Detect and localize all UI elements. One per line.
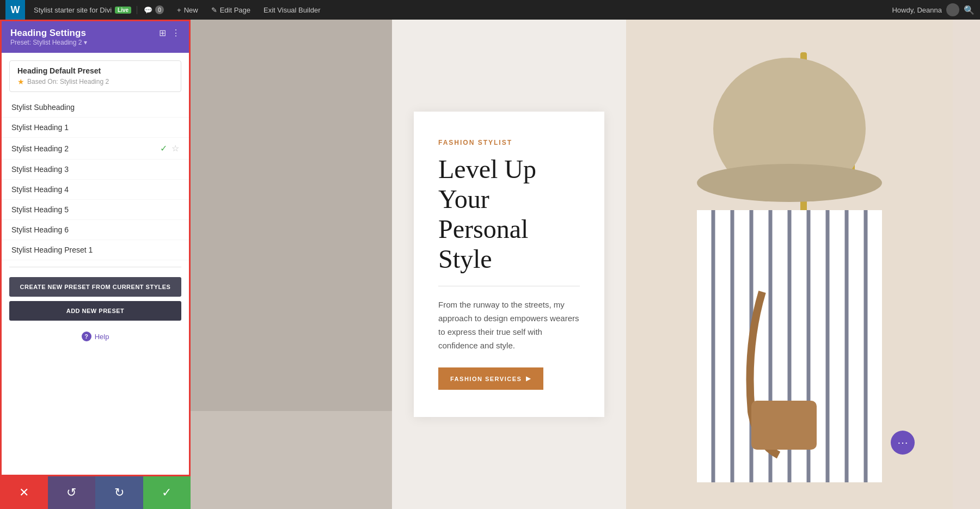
live-badge: Live [115,7,131,14]
pencil-icon: ✎ [211,6,217,14]
default-preset-based-on: ★ Based On: Stylist Heading 2 [17,77,173,86]
new-label: New [184,6,198,14]
exit-builder-label: Exit Visual Builder [264,6,321,14]
preset-name-heading5: Stylist Heading 5 [11,205,69,214]
preset-name-subheading: Stylist Subheading [11,103,75,112]
wp-icon: W [11,4,20,16]
preset-label-text: Preset: Stylist Heading 2 [10,39,82,46]
site-name-text: Stylist starter site for Divi [34,6,112,14]
help-label: Help [95,333,109,341]
site-name-nav: Stylist starter site for Divi Live [28,6,137,14]
check-active-icon: ✓ [160,143,167,154]
sidebar-title: Heading Settings [10,28,87,39]
more-options-icon[interactable]: ⋮ [171,28,180,38]
edit-page-nav-item[interactable]: ✎ Edit Page [205,0,257,20]
preset-item-heading5[interactable]: Stylist Heading 5 [2,200,189,220]
chevron-down-icon: ▾ [84,39,87,46]
edit-page-label: Edit Page [220,6,250,14]
undo-button[interactable]: ↺ [48,476,96,509]
content-card: FASHION STYLIST Level Up Your Personal S… [414,112,604,418]
comment-count: 0 [155,5,164,14]
heading-line2: Personal Style [438,214,528,273]
right-photo-area: ⋯ [626,20,953,509]
search-icon[interactable]: 🔍 [964,5,975,15]
cancel-button[interactable]: ✕ [0,476,48,509]
svg-point-6 [697,164,882,202]
heading-line1: Level Up Your [438,155,536,213]
far-right-strip [953,20,980,509]
preset-list: Stylist Subheading Stylist Heading 1 Sty… [2,95,189,262]
preset-item-heading6[interactable]: Stylist Heading 6 [2,220,189,240]
preset-name-heading2: Stylist Heading 2 [11,144,69,153]
center-card-wrapper: FASHION STYLIST Level Up Your Personal S… [392,20,626,509]
default-preset-box: Heading Default Preset ★ Based On: Styli… [9,60,181,92]
user-avatar[interactable] [946,3,959,16]
settings-grid-icon[interactable]: ⊞ [159,28,166,38]
three-dots-menu-button[interactable]: ⋯ [891,431,915,455]
svg-rect-17 [751,401,817,450]
star-favorite-icon[interactable]: ☆ [171,143,179,154]
add-preset-button[interactable]: ADD NEW PRESET [9,301,181,321]
preset-name-heading1: Stylist Heading 1 [11,123,69,132]
comment-nav-item[interactable]: 💬 0 [137,0,170,20]
top-nav-bar: W Stylist starter site for Divi Live 💬 0… [0,0,980,20]
card-eyebrow: FASHION STYLIST [438,139,580,146]
star-icon: ★ [17,77,24,86]
sidebar-header-controls: ⊞ ⋮ [159,28,180,38]
sidebar-preset-dropdown[interactable]: Preset: Stylist Heading 2 ▾ [10,39,87,46]
exit-builder-nav-item[interactable]: Exit Visual Builder [257,0,327,20]
hero-section: FASHION STYLIST Level Up Your Personal S… [191,20,980,509]
save-button[interactable]: ✓ [143,476,191,509]
help-link[interactable]: ? Help [2,326,189,347]
main-content-area: FASHION STYLIST Level Up Your Personal S… [191,20,980,509]
photo-background: ⋯ [626,20,953,509]
card-heading: Level Up Your Personal Style [438,154,580,274]
preset-item-actions-heading2: ✓ ☆ [160,143,179,154]
create-preset-button[interactable]: CREATE NEW PRESET FROM CURRENT STYLES [9,277,181,297]
new-nav-item[interactable]: + New [170,0,205,20]
wordpress-logo[interactable]: W [5,0,25,20]
preset-item-subheading[interactable]: Stylist Subheading [2,97,189,118]
left-gray-column [191,20,392,509]
preset-name-heading6: Stylist Heading 6 [11,225,69,234]
default-preset-title: Heading Default Preset [17,66,173,75]
based-on-text: Based On: Stylist Heading 2 [27,78,109,85]
preset-item-preset1[interactable]: Stylist Heading Preset 1 [2,240,189,260]
fashion-services-button[interactable]: FASHION SERVICES ▶ [438,367,543,390]
preset-name-preset1: Stylist Heading Preset 1 [11,246,93,254]
sidebar-panel: Heading Settings Preset: Stylist Heading… [0,20,191,476]
fashion-services-label: FASHION SERVICES [450,376,522,382]
card-divider [438,286,580,286]
bottom-action-bar: ✕ ↺ ↻ ✓ [0,476,191,509]
preset-name-heading4: Stylist Heading 4 [11,185,69,194]
help-circle-icon: ? [82,332,91,341]
left-gray-inner [191,20,392,411]
preset-item-heading2[interactable]: Stylist Heading 2 ✓ ☆ [2,138,189,160]
preset-item-heading4[interactable]: Stylist Heading 4 [2,180,189,200]
card-body-text: From the runway to the streets, my appro… [438,298,580,352]
button-arrow-icon: ▶ [526,375,531,382]
sidebar-header: Heading Settings Preset: Stylist Heading… [2,21,189,53]
preset-item-heading1[interactable]: Stylist Heading 1 [2,118,189,138]
page-background: FASHION STYLIST Level Up Your Personal S… [191,20,980,509]
sidebar-buttons: CREATE NEW PRESET FROM CURRENT STYLES AD… [2,272,189,326]
redo-button[interactable]: ↻ [95,476,143,509]
plus-icon: + [177,6,181,14]
preset-name-heading3: Stylist Heading 3 [11,165,69,174]
comment-icon: 💬 [144,6,152,14]
divider [9,267,181,267]
preset-item-heading3[interactable]: Stylist Heading 3 [2,160,189,180]
user-label: Howdy, Deanna [892,6,942,14]
top-nav-right: Howdy, Deanna 🔍 [892,3,975,16]
